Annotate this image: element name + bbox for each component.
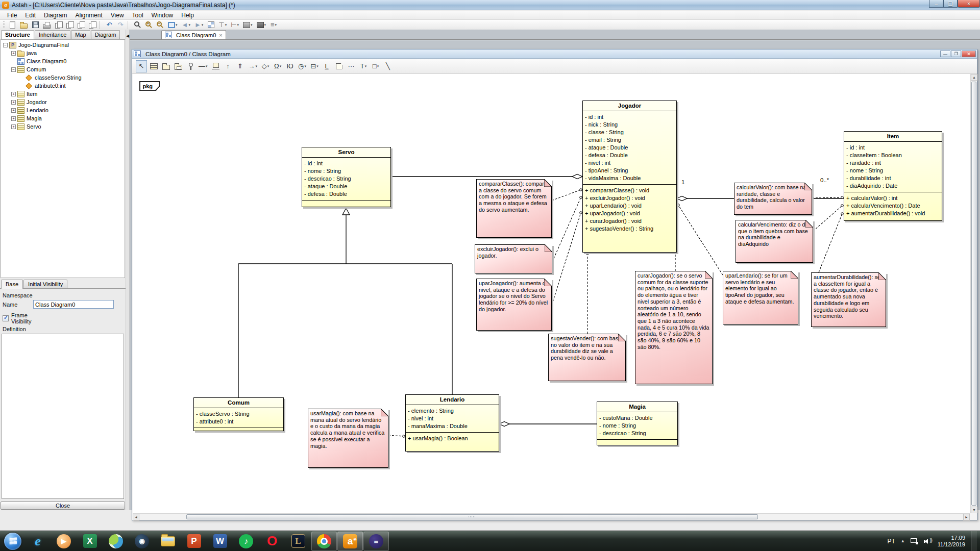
- dropdown-arrow-icon[interactable]: ▾: [304, 64, 306, 68]
- uml-method[interactable]: + curarJogador() : void: [585, 217, 674, 225]
- scroll-down-icon[interactable]: ▼: [971, 507, 977, 513]
- expand-icon[interactable]: +: [11, 124, 16, 129]
- copy-style-button[interactable]: [76, 20, 86, 30]
- uml-attribute[interactable]: - tipoAnel : String: [585, 167, 674, 174]
- uml-attribute[interactable]: - elemento : String: [408, 407, 497, 415]
- back-button[interactable]: ◄▾: [180, 20, 192, 30]
- menu-tool[interactable]: Tool: [128, 11, 148, 19]
- app-titlebar[interactable]: a Astah - [C:\Users\Cliente\Nova pasta\J…: [0, 0, 980, 10]
- qualifier-tool[interactable]: ⊟▾: [309, 60, 320, 72]
- redo-button[interactable]: ↷: [115, 20, 126, 30]
- scroll-right-icon[interactable]: ►: [963, 514, 970, 520]
- uml-attribute[interactable]: - descricao : String: [304, 175, 388, 183]
- note-aumentarDurabilidade[interactable]: aumentarDurabilidade(): se a classeItem …: [811, 272, 886, 327]
- vscroll-track[interactable]: [971, 81, 977, 507]
- uml-attribute[interactable]: - id : int: [846, 144, 940, 152]
- fit-view-button[interactable]: ▾: [166, 20, 179, 30]
- horizontal-scrollbar[interactable]: ◄ ►: [133, 513, 970, 520]
- dropdown-arrow-icon[interactable]: ▾: [275, 23, 277, 27]
- taskbar-word[interactable]: W: [207, 532, 233, 551]
- uml-method[interactable]: + compararClasse() : void: [585, 187, 674, 194]
- menu-window[interactable]: Window: [148, 11, 178, 19]
- line-tool[interactable]: L: [321, 60, 332, 72]
- tree-item-classeservo-string[interactable]: classeServo:String: [1, 73, 125, 82]
- note-tool[interactable]: [333, 60, 345, 72]
- usage-tool[interactable]: Ю: [284, 60, 296, 72]
- close-window-button[interactable]: ×: [958, 0, 980, 8]
- forward-button[interactable]: ►▾: [193, 20, 205, 30]
- close-panel-button[interactable]: Close: [1, 502, 125, 510]
- uml-attribute[interactable]: - custoMana : Double: [599, 414, 675, 422]
- association-tool[interactable]: —▾: [197, 60, 209, 72]
- volume-icon[interactable]: )): [924, 538, 932, 544]
- tree-item-jogador[interactable]: +Jogador: [1, 98, 125, 106]
- minimize-button[interactable]: –: [929, 0, 943, 8]
- diagram-canvas[interactable]: pkg: [133, 74, 970, 513]
- dependency-tool[interactable]: →▾: [247, 60, 259, 72]
- tree-item-comum[interactable]: −Comum: [1, 65, 125, 73]
- frame-visibility-checkbox[interactable]: ✓: [3, 315, 9, 321]
- uml-attribute[interactable]: - manaMaxima : Double: [408, 422, 497, 430]
- class-magia[interactable]: Magia- custoMana : Double- nome : String…: [597, 402, 678, 445]
- open-file-button[interactable]: [18, 20, 29, 30]
- pointer-tool[interactable]: ↖: [136, 60, 147, 72]
- note-curarJogador[interactable]: curarJogador(): se o servo comum for da …: [635, 271, 713, 384]
- uml-attribute[interactable]: - raridade : int: [846, 159, 940, 167]
- interface-tool[interactable]: [185, 60, 196, 72]
- taskbar-explorer[interactable]: [155, 532, 181, 551]
- diagram-window-titlebar[interactable]: Class Diagram0 / Class Diagram — ❐ ✕: [132, 49, 977, 59]
- menu-file[interactable]: File: [3, 11, 21, 19]
- package-tool[interactable]: [160, 60, 172, 72]
- uml-method[interactable]: + uparLendario() : void: [585, 202, 674, 210]
- uml-attribute[interactable]: - durabilidade : int: [846, 174, 940, 182]
- taskbar-eclipse[interactable]: ≡: [363, 532, 389, 551]
- hidden-icons-button[interactable]: ▲: [901, 539, 905, 543]
- taskbar-steam[interactable]: ◉: [129, 532, 155, 551]
- dropdown-arrow-icon[interactable]: ▾: [365, 64, 367, 68]
- anchor-line-tool[interactable]: ⋯: [346, 60, 357, 72]
- expand-icon[interactable]: +: [11, 116, 16, 121]
- tree-item-java[interactable]: +java: [1, 49, 125, 57]
- language-indicator[interactable]: PT: [887, 538, 895, 545]
- dock-splitter[interactable]: ◀: [126, 30, 130, 510]
- taskbar-opera[interactable]: O: [259, 532, 285, 551]
- class-item[interactable]: Item- id : int- classeItem : Boolean- ra…: [844, 131, 942, 221]
- tree-item-lendario[interactable]: +Lendario: [1, 106, 125, 114]
- hscroll-thumb[interactable]: [186, 514, 758, 519]
- diagonal-line-tool[interactable]: ╲: [382, 60, 394, 72]
- taskbar-powerpoint[interactable]: P: [181, 532, 207, 551]
- note-sugestaoVender[interactable]: sugestaoVender(): com base no valor do i…: [548, 334, 626, 381]
- taskbar-excel[interactable]: X: [77, 532, 103, 551]
- dropdown-arrow-icon[interactable]: ▾: [225, 23, 227, 27]
- menu-help[interactable]: Help: [177, 11, 198, 19]
- zoom-out-button[interactable]: [155, 20, 165, 30]
- undo-button[interactable]: ↶: [104, 20, 114, 30]
- rect-tool[interactable]: □▾: [370, 60, 381, 72]
- uml-attribute[interactable]: - email : String: [585, 136, 674, 144]
- print-button[interactable]: [41, 20, 52, 30]
- collapse-dock-icon[interactable]: ◀: [126, 34, 129, 38]
- taskbar-spotify[interactable]: ♪: [233, 532, 259, 551]
- uml-method[interactable]: + uparJogador() : void: [585, 210, 674, 217]
- class-servo[interactable]: Servo- id : int- nome : String- descrica…: [302, 147, 391, 207]
- uml-attribute[interactable]: - id : int: [585, 113, 674, 121]
- dropdown-arrow-icon[interactable]: ▾: [377, 64, 379, 68]
- multiplicity-label[interactable]: 1: [681, 179, 684, 185]
- paste-button[interactable]: [64, 20, 75, 30]
- note-compararClasse[interactable]: compararClasse(): compara a classe do se…: [476, 179, 552, 238]
- taskbar-messenger[interactable]: [103, 532, 129, 551]
- maximize-button[interactable]: ❑: [943, 0, 958, 8]
- vscroll-thumb[interactable]: [971, 82, 976, 506]
- depth-button[interactable]: ▾: [241, 20, 254, 30]
- zoom-tool-button[interactable]: [133, 20, 143, 30]
- uml-attribute[interactable]: - vidaMaxima : Double: [585, 174, 674, 182]
- instantiation-tool[interactable]: ◷▾: [297, 60, 308, 72]
- uml-attribute[interactable]: - classeItem : Boolean: [846, 152, 940, 159]
- text-tool[interactable]: T▾: [358, 60, 369, 72]
- dropdown-arrow-icon[interactable]: ▾: [267, 64, 270, 68]
- scroll-left-icon[interactable]: ◄: [133, 514, 139, 520]
- menu-diagram[interactable]: Diagram: [40, 11, 71, 19]
- align-left-button[interactable]: ⊢▾: [229, 20, 240, 30]
- tab-inheritance[interactable]: Inheritance: [35, 30, 70, 39]
- menu-alignment[interactable]: Alignment: [71, 11, 106, 19]
